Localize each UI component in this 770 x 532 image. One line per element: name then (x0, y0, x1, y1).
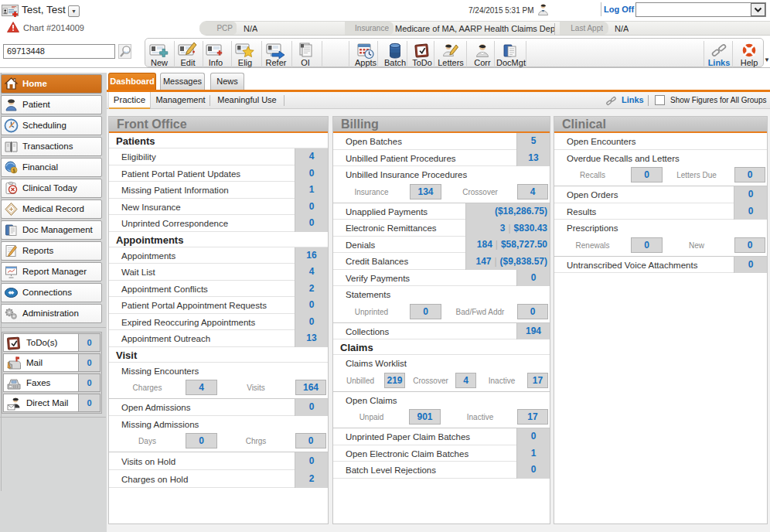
svg-text:$: $ (12, 168, 15, 174)
